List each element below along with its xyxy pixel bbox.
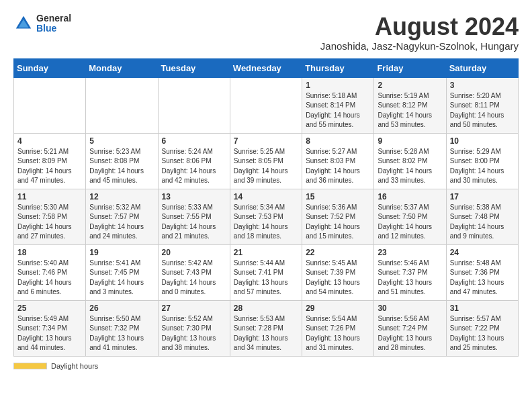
logo-icon [13,13,34,34]
calendar-cell: 21Sunrise: 5:44 AM Sunset: 7:41 PM Dayli… [230,244,302,300]
day-number: 12 [89,192,154,201]
day-info: Sunrise: 5:18 AM Sunset: 8:14 PM Dayligh… [306,91,370,130]
day-info: Sunrise: 5:57 AM Sunset: 7:22 PM Dayligh… [450,314,515,353]
day-info: Sunrise: 5:56 AM Sunset: 7:24 PM Dayligh… [378,314,442,353]
day-info: Sunrise: 5:28 AM Sunset: 8:02 PM Dayligh… [378,147,442,186]
calendar-cell: 14Sunrise: 5:34 AM Sunset: 7:53 PM Dayli… [230,189,302,244]
day-number: 22 [306,248,370,257]
calendar-cell: 1Sunrise: 5:18 AM Sunset: 8:14 PM Daylig… [302,77,374,133]
calendar-cell [14,77,86,133]
logo-text: General Blue [36,13,71,34]
calendar-header-sunday: Sunday [14,58,86,77]
day-number: 11 [17,192,82,201]
day-number: 8 [306,136,370,146]
calendar-week-5: 25Sunrise: 5:49 AM Sunset: 7:34 PM Dayli… [14,300,519,356]
day-info: Sunrise: 5:48 AM Sunset: 7:36 PM Dayligh… [450,259,515,298]
day-info: Sunrise: 5:45 AM Sunset: 7:39 PM Dayligh… [306,259,370,298]
calendar-cell: 10Sunrise: 5:29 AM Sunset: 8:00 PM Dayli… [446,133,518,189]
day-number: 9 [378,136,442,146]
calendar-header-thursday: Thursday [302,58,374,77]
calendar-cell: 6Sunrise: 5:24 AM Sunset: 8:06 PM Daylig… [158,133,230,189]
day-number: 7 [234,136,298,146]
footer-note: Daylight hours [13,362,519,370]
day-info: Sunrise: 5:19 AM Sunset: 8:12 PM Dayligh… [378,91,442,130]
calendar-cell: 5Sunrise: 5:23 AM Sunset: 8:08 PM Daylig… [86,133,158,189]
calendar-cell: 31Sunrise: 5:57 AM Sunset: 7:22 PM Dayli… [446,300,518,356]
day-number: 26 [89,304,154,313]
calendar-table: SundayMondayTuesdayWednesdayThursdayFrid… [13,58,519,357]
calendar-cell [230,77,302,133]
calendar-header-monday: Monday [86,58,158,77]
day-info: Sunrise: 5:50 AM Sunset: 7:32 PM Dayligh… [89,314,154,353]
calendar-cell: 28Sunrise: 5:53 AM Sunset: 7:28 PM Dayli… [230,300,302,356]
day-info: Sunrise: 5:53 AM Sunset: 7:28 PM Dayligh… [234,314,298,353]
calendar-cell: 3Sunrise: 5:20 AM Sunset: 8:11 PM Daylig… [446,77,518,133]
calendar-cell: 16Sunrise: 5:37 AM Sunset: 7:50 PM Dayli… [374,189,446,244]
day-number: 15 [306,192,370,201]
day-number: 29 [306,304,370,313]
calendar-cell: 2Sunrise: 5:19 AM Sunset: 8:12 PM Daylig… [374,77,446,133]
day-info: Sunrise: 5:24 AM Sunset: 8:06 PM Dayligh… [162,147,226,186]
daylight-bar [13,363,47,369]
calendar-cell [86,77,158,133]
day-info: Sunrise: 5:38 AM Sunset: 7:48 PM Dayligh… [450,203,515,242]
day-info: Sunrise: 5:49 AM Sunset: 7:34 PM Dayligh… [17,314,82,353]
day-number: 30 [378,304,442,313]
day-info: Sunrise: 5:27 AM Sunset: 8:03 PM Dayligh… [306,147,370,186]
calendar-cell: 12Sunrise: 5:32 AM Sunset: 7:57 PM Dayli… [86,189,158,244]
day-info: Sunrise: 5:23 AM Sunset: 8:08 PM Dayligh… [89,147,154,186]
calendar-header-saturday: Saturday [446,58,518,77]
day-number: 6 [162,136,226,146]
day-info: Sunrise: 5:30 AM Sunset: 7:58 PM Dayligh… [17,203,82,242]
calendar-cell: 26Sunrise: 5:50 AM Sunset: 7:32 PM Dayli… [86,300,158,356]
day-number: 5 [89,136,154,146]
day-info: Sunrise: 5:32 AM Sunset: 7:57 PM Dayligh… [89,203,154,242]
calendar-header-friday: Friday [374,58,446,77]
day-number: 17 [450,192,515,201]
day-info: Sunrise: 5:29 AM Sunset: 8:00 PM Dayligh… [450,147,515,186]
day-number: 2 [378,81,442,90]
day-number: 23 [378,248,442,257]
day-info: Sunrise: 5:21 AM Sunset: 8:09 PM Dayligh… [17,147,82,186]
day-number: 13 [162,192,226,201]
calendar-week-3: 11Sunrise: 5:30 AM Sunset: 7:58 PM Dayli… [14,189,519,244]
logo-general: General [36,13,71,24]
calendar-cell: 24Sunrise: 5:48 AM Sunset: 7:36 PM Dayli… [446,244,518,300]
calendar-cell: 30Sunrise: 5:56 AM Sunset: 7:24 PM Dayli… [374,300,446,356]
day-number: 31 [450,304,515,313]
title-block: August 2024 Janoshida, Jasz-Nagykun-Szol… [320,13,519,52]
day-info: Sunrise: 5:42 AM Sunset: 7:43 PM Dayligh… [162,259,226,298]
calendar-cell [158,77,230,133]
day-info: Sunrise: 5:37 AM Sunset: 7:50 PM Dayligh… [378,203,442,242]
day-number: 21 [234,248,298,257]
calendar-cell: 13Sunrise: 5:33 AM Sunset: 7:55 PM Dayli… [158,189,230,244]
day-number: 10 [450,136,515,146]
calendar-cell: 15Sunrise: 5:36 AM Sunset: 7:52 PM Dayli… [302,189,374,244]
day-number: 18 [17,248,82,257]
day-number: 14 [234,192,298,201]
calendar-header: SundayMondayTuesdayWednesdayThursdayFrid… [14,58,519,77]
daylight-label: Daylight hours [51,362,98,370]
day-number: 3 [450,81,515,90]
month-title: August 2024 [320,13,519,40]
day-info: Sunrise: 5:36 AM Sunset: 7:52 PM Dayligh… [306,203,370,242]
calendar-cell: 19Sunrise: 5:41 AM Sunset: 7:45 PM Dayli… [86,244,158,300]
calendar-cell: 22Sunrise: 5:45 AM Sunset: 7:39 PM Dayli… [302,244,374,300]
calendar-cell: 11Sunrise: 5:30 AM Sunset: 7:58 PM Dayli… [14,189,86,244]
calendar-cell: 29Sunrise: 5:54 AM Sunset: 7:26 PM Dayli… [302,300,374,356]
day-number: 24 [450,248,515,257]
day-info: Sunrise: 5:41 AM Sunset: 7:45 PM Dayligh… [89,259,154,298]
day-info: Sunrise: 5:34 AM Sunset: 7:53 PM Dayligh… [234,203,298,242]
day-number: 19 [89,248,154,257]
calendar-week-2: 4Sunrise: 5:21 AM Sunset: 8:09 PM Daylig… [14,133,519,189]
logo-blue: Blue [36,24,71,34]
day-number: 25 [17,304,82,313]
day-number: 20 [162,248,226,257]
day-info: Sunrise: 5:40 AM Sunset: 7:46 PM Dayligh… [17,259,82,298]
day-info: Sunrise: 5:46 AM Sunset: 7:37 PM Dayligh… [378,259,442,298]
day-number: 1 [306,81,370,90]
calendar-cell: 23Sunrise: 5:46 AM Sunset: 7:37 PM Dayli… [374,244,446,300]
day-number: 4 [17,136,82,146]
calendar-cell: 4Sunrise: 5:21 AM Sunset: 8:09 PM Daylig… [14,133,86,189]
calendar-cell: 25Sunrise: 5:49 AM Sunset: 7:34 PM Dayli… [14,300,86,356]
